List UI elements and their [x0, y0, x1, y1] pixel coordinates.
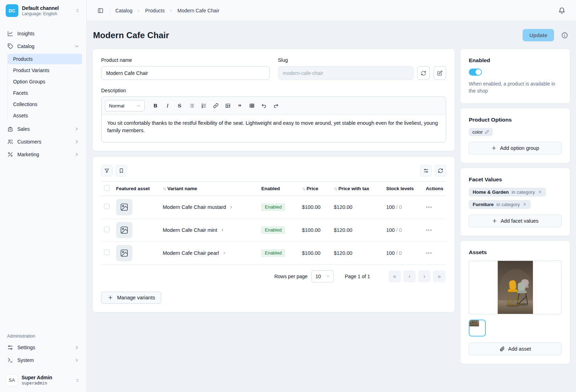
format-select[interactable]: Normal: [105, 100, 145, 111]
sidebar-item-option-groups[interactable]: Option Groups: [8, 76, 82, 87]
variants-card: Featured asset ↑↓Variant name Enabled ↑↓…: [92, 156, 455, 312]
edit-slug-button[interactable]: [433, 66, 446, 80]
last-page-button[interactable]: »: [433, 270, 445, 282]
column-settings-button[interactable]: [420, 165, 432, 176]
featured-asset-placeholder[interactable]: [116, 245, 132, 261]
administration-nav: Settings System: [4, 341, 82, 366]
variant-link[interactable]: Modern Cafe Chair mustard: [163, 204, 234, 210]
update-button[interactable]: Update: [523, 29, 554, 41]
user-menu[interactable]: SA Super Admin superadmin: [4, 370, 82, 392]
sidebar-item-products[interactable]: Products: [8, 54, 82, 64]
topbar: Catalog Products Modern Cafe Chair: [87, 0, 576, 21]
description-text[interactable]: You sit comfortably thanks to the restfu…: [102, 115, 446, 142]
sidebar-item-insights[interactable]: Insights: [4, 28, 82, 40]
row-checkbox[interactable]: [104, 204, 110, 209]
insert-image-button[interactable]: [222, 100, 233, 111]
blockquote-button[interactable]: ”: [234, 100, 245, 111]
sidebar-toggle-button[interactable]: [96, 6, 105, 15]
channel-switcher[interactable]: DC Default channel Language: English: [4, 0, 82, 21]
featured-asset-placeholder[interactable]: [116, 222, 132, 238]
column-header-actions: Actions: [423, 181, 446, 195]
redo-button[interactable]: [270, 100, 281, 111]
column-header-variant-name[interactable]: ↑↓Variant name: [160, 181, 258, 195]
edit-icon: [437, 70, 443, 76]
image-placeholder-icon: [120, 203, 129, 212]
add-facet-values-button[interactable]: Add facet values: [469, 215, 561, 227]
column-header-price[interactable]: ↑↓Price: [299, 181, 331, 195]
previous-page-button[interactable]: ‹: [403, 270, 416, 282]
filter-icon: [104, 168, 110, 174]
rows-per-page-select[interactable]: 10: [311, 270, 334, 282]
chevron-down-icon: [326, 274, 330, 279]
table-toolbar: [101, 165, 446, 176]
page-content: Modern Cafe Chair Update Product nam: [87, 21, 576, 392]
table-row: Modern Cafe Chair mustard Enabled $100.0…: [101, 195, 446, 218]
undo-button[interactable]: [258, 100, 269, 111]
sidebar-item-customers[interactable]: Customers: [4, 136, 82, 148]
chevron-down-icon: [74, 44, 79, 49]
product-details-card: Product name Slug: [92, 48, 455, 151]
first-page-button[interactable]: «: [388, 270, 401, 282]
breadcrumb-item[interactable]: Catalog: [115, 8, 132, 13]
add-option-group-button[interactable]: Add option group: [469, 142, 561, 154]
row-checkbox[interactable]: [104, 227, 110, 232]
chevron-up-down-icon: [75, 378, 80, 383]
refresh-icon: [438, 168, 443, 174]
product-name-input[interactable]: [101, 66, 270, 80]
strikethrough-button[interactable]: S: [174, 100, 185, 111]
shopping-bag-icon: [7, 126, 13, 132]
sidebar-item-facets[interactable]: Facets: [8, 88, 82, 98]
next-page-button[interactable]: ›: [418, 270, 431, 282]
description-editor: Normal B I S: [101, 96, 446, 142]
refresh-table-button[interactable]: [435, 165, 446, 176]
product-name-label: Product name: [101, 57, 270, 63]
link-button[interactable]: [210, 100, 221, 111]
topbar-divider: [110, 6, 110, 15]
facet-values-title: Facet Values: [469, 176, 561, 183]
italic-button[interactable]: I: [162, 100, 173, 111]
enabled-toggle[interactable]: [469, 69, 482, 76]
column-header-price-with-tax[interactable]: ↑↓Price with tax: [331, 181, 383, 195]
sidebar-item-settings[interactable]: Settings: [4, 341, 82, 353]
remove-facet-button[interactable]: [538, 190, 542, 194]
variant-link[interactable]: Modern Cafe Chair pearl: [163, 250, 226, 256]
sidebar-item-collections[interactable]: Collections: [8, 99, 82, 110]
breadcrumb-item[interactable]: Products: [145, 8, 165, 13]
featured-asset-placeholder[interactable]: [116, 199, 132, 215]
format-select-value: Normal: [109, 103, 125, 109]
notifications-button[interactable]: [557, 6, 567, 16]
user-name: Super Admin: [22, 375, 71, 380]
info-button[interactable]: [560, 30, 570, 40]
option-group-chip[interactable]: color: [469, 128, 493, 136]
administration-label: Administration: [4, 334, 82, 339]
bold-button[interactable]: B: [150, 100, 161, 111]
sidebar-item-assets[interactable]: Assets: [8, 110, 82, 121]
row-actions-button[interactable]: ⋯: [426, 204, 432, 210]
row-actions-button[interactable]: ⋯: [426, 250, 432, 256]
slug-input[interactable]: [278, 66, 414, 80]
refresh-icon: [421, 70, 426, 76]
remove-facet-button[interactable]: [523, 202, 527, 206]
table-row: Modern Cafe Chair pearl Enabled $100.00 …: [101, 241, 446, 264]
filter-button[interactable]: [101, 165, 113, 176]
sidebar-item-system[interactable]: System: [4, 354, 82, 366]
bell-icon: [558, 7, 565, 14]
sidebar-item-sales[interactable]: Sales: [4, 123, 82, 135]
image-icon: [225, 103, 231, 109]
row-checkbox[interactable]: [104, 250, 110, 255]
sidebar-item-catalog[interactable]: Catalog: [4, 40, 82, 52]
bookmark-button[interactable]: [116, 165, 127, 176]
select-all-checkbox[interactable]: [104, 185, 110, 191]
manage-variants-button[interactable]: Manage variants: [101, 292, 161, 304]
table-button[interactable]: [246, 100, 257, 111]
variant-link[interactable]: Modern Cafe Chair mint: [163, 227, 225, 233]
bullet-list-button[interactable]: [186, 100, 197, 111]
asset-thumbnail-selected[interactable]: [469, 320, 486, 337]
sidebar-item-product-variants[interactable]: Product Variants: [8, 65, 82, 76]
chart-icon: [7, 30, 13, 37]
sidebar-item-marketing[interactable]: Marketing: [4, 148, 82, 160]
add-asset-button[interactable]: Add asset: [469, 343, 561, 355]
regenerate-slug-button[interactable]: [417, 66, 430, 80]
row-actions-button[interactable]: ⋯: [426, 227, 432, 233]
ordered-list-button[interactable]: [198, 100, 209, 111]
